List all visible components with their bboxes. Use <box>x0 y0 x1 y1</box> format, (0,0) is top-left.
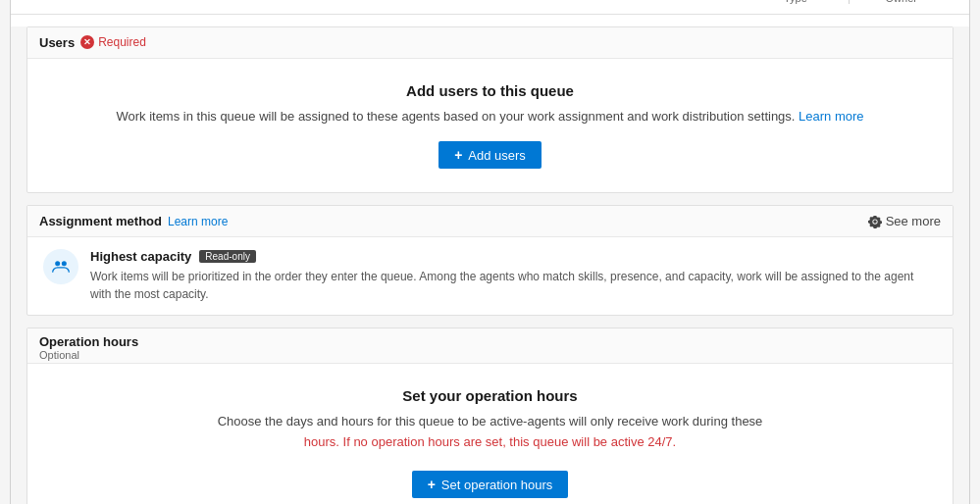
operation-optional-label: Optional <box>39 349 941 361</box>
content-area: Users ✕ Required Add users to this queue… <box>11 26 969 504</box>
set-hours-label: Set operation hours <box>441 478 552 492</box>
add-users-label: Add users <box>468 148 526 163</box>
required-badge: ✕ Required <box>80 35 146 49</box>
capacity-icon <box>51 257 71 277</box>
assignment-section: Assignment method Learn more See more <box>26 205 954 316</box>
assignment-section-title: Assignment method <box>39 214 162 228</box>
operation-section: Operation hours Optional Set your operat… <box>26 328 954 504</box>
users-header-left: Users ✕ Required <box>39 35 146 50</box>
users-section-body: Add users to this queue Work items in th… <box>27 59 953 193</box>
assignment-method-name: Highest capacity <box>90 249 191 264</box>
header-left: ContosoQueue for printers Edit <box>26 0 284 1</box>
meta-type: Messaging Type <box>743 0 848 4</box>
operation-section-header: Operation hours Optional <box>27 328 953 364</box>
users-body-desc: Work items in this queue will be assigne… <box>43 107 937 126</box>
users-section-header: Users ✕ Required <box>27 27 953 59</box>
assignment-section-header: Assignment method Learn more See more <box>27 206 953 237</box>
users-learn-more-link[interactable]: Learn more <box>799 109 863 124</box>
users-body-desc-text: Work items in this queue will be assigne… <box>116 109 795 124</box>
users-section-title: Users <box>39 35 75 50</box>
assignment-header-left: Assignment method Learn more <box>39 214 228 228</box>
see-more-label: See more <box>886 214 941 228</box>
assignment-item: Highest capacity Read-only Work items wi… <box>43 249 937 303</box>
assignment-learn-more-link[interactable]: Learn more <box>168 215 228 228</box>
operation-body-title: Set your operation hours <box>43 387 937 404</box>
add-users-icon: + <box>454 147 462 163</box>
gear-icon <box>868 215 882 228</box>
operation-section-body: Set your operation hours Choose the days… <box>27 364 953 504</box>
meta-owner: Sara Perez Owner <box>849 0 954 4</box>
svg-point-1 <box>62 262 67 267</box>
header-right: Messaging Type Sara Perez Owner <box>743 0 954 4</box>
assignment-section-body: Highest capacity Read-only Work items wi… <box>27 237 953 315</box>
operation-desc-part2: hours. If no operation hours are set, th… <box>304 434 676 449</box>
main-container: ContosoQueue for printers Edit Messaging… <box>10 0 970 504</box>
users-section: Users ✕ Required Add users to this queue… <box>26 26 954 194</box>
assignment-method-title-row: Highest capacity Read-only <box>90 249 937 264</box>
meta-owner-label: Owner <box>869 0 935 4</box>
assignment-method-desc: Work items will be prioritized in the or… <box>90 268 937 303</box>
page-header: ContosoQueue for printers Edit Messaging… <box>11 0 969 15</box>
users-body-title: Add users to this queue <box>43 82 937 99</box>
page-title: ContosoQueue for printers <box>26 0 252 1</box>
set-hours-icon: + <box>428 477 436 492</box>
assignment-text-block: Highest capacity Read-only Work items wi… <box>90 249 937 303</box>
operation-body-desc: Choose the days and hours for this queue… <box>43 412 937 453</box>
required-icon: ✕ <box>80 35 94 49</box>
assignment-icon-box <box>43 249 78 284</box>
meta-type-label: Type <box>762 0 828 4</box>
read-only-badge: Read-only <box>199 250 256 263</box>
operation-section-title: Operation hours <box>39 334 941 349</box>
required-label: Required <box>98 35 146 49</box>
svg-point-0 <box>55 262 60 267</box>
set-operation-hours-button[interactable]: + Set operation hours <box>412 471 569 498</box>
see-more-button[interactable]: See more <box>868 214 941 228</box>
add-users-button[interactable]: + Add users <box>438 141 542 169</box>
operation-desc-part1: Choose the days and hours for this queue… <box>218 414 763 428</box>
